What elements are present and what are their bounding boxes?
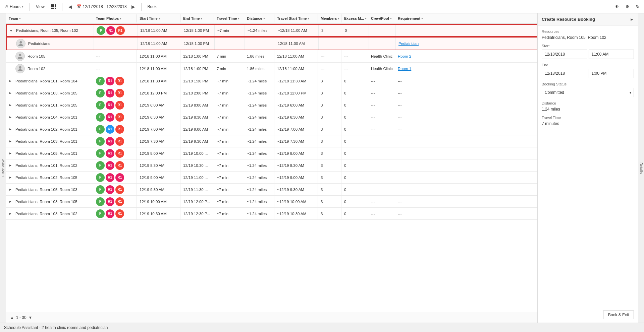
next-date-btn[interactable]: ▶ — [129, 3, 137, 11]
end-child2: 12/18 1:00 PM — [180, 50, 214, 62]
grid-view-btn[interactable] — [49, 3, 58, 10]
refresh-btn[interactable]: ↻ — [634, 3, 641, 10]
table-row[interactable]: ► Pediatricians, Room 105, Room 103 P R1… — [6, 184, 537, 196]
expand-btn-row11[interactable]: ► — [9, 188, 13, 191]
excess-row1: 0 — [342, 25, 369, 36]
expand-btn-row6[interactable]: ► — [9, 127, 13, 131]
dist-child1: --- — [245, 38, 275, 50]
right-panel: Create Resource Booking ► Resources Pedi… — [537, 13, 638, 323]
members-row1: 3 — [319, 25, 342, 36]
members-child2: --- — [318, 50, 341, 62]
expand-btn-row10[interactable]: ► — [9, 176, 13, 179]
start-time-input[interactable] — [589, 50, 634, 59]
table-row[interactable]: ► Pediatricians, Room 105, Room 101 P R1… — [6, 147, 537, 159]
table-row[interactable]: ► Pediatricians, Room 103, Room 105 P R1… — [6, 196, 537, 208]
eye-btn[interactable]: 👁 — [613, 3, 621, 10]
expand-btn-row7[interactable]: ► — [9, 139, 13, 143]
booking-status-label: Booking Status — [542, 82, 634, 86]
table-row[interactable]: ► Pediatricians, Room 101, Room 104 P R1… — [6, 75, 537, 87]
book-exit-btn[interactable]: Book & Exit — [603, 311, 634, 319]
team-cell-child2: Room 105 — [6, 50, 93, 62]
start-time-row1: 12/18 11:00 AM — [138, 25, 181, 36]
expand-btn-row2[interactable]: ► — [9, 79, 13, 83]
sep3 — [141, 3, 142, 11]
prev-date-btn[interactable]: ◀ — [66, 3, 74, 11]
booking-status-field: Booking Status Committed Tentative Cance… — [542, 82, 634, 97]
table-row[interactable]: ► ► Pediatricians, Room 104, Room 101 P … — [6, 111, 537, 123]
end-time-row1: 12/18 1:00 PM — [181, 25, 215, 36]
distance-value: 1.24 miles — [542, 107, 634, 112]
col-members[interactable]: Members ▾ — [318, 14, 341, 22]
filter-view-tab[interactable]: Filter View — [0, 13, 6, 323]
start-date-input[interactable] — [542, 50, 587, 59]
avatars-child1: --- — [94, 38, 138, 50]
travel-start-child1: 12/18 11:00 AM — [275, 38, 319, 50]
table-row[interactable]: ► Pediatricians, Room 102, Room 101 P R1… — [6, 123, 537, 135]
col-travel-time[interactable]: Travel Time ▾ — [214, 14, 244, 22]
excess-child3: --- — [341, 63, 368, 75]
col-team[interactable]: Team ▾ — [6, 14, 93, 22]
travel-child2: 7 min — [214, 50, 244, 62]
status-bar: Schedule Assistant - 2 health clinic roo… — [0, 323, 644, 332]
table-row[interactable]: ► Pediatricians, Room 101, Room 105 P R1… — [6, 99, 537, 111]
expand-btn-row3[interactable]: ► — [9, 91, 13, 95]
req-link-child3[interactable]: Room 1 — [398, 67, 411, 71]
table-footer: ▲ 1 - 30 ▼ — [6, 312, 537, 323]
expand-btn-row13[interactable]: ► — [9, 212, 13, 215]
book-btn[interactable]: Book — [146, 3, 159, 10]
table-row[interactable]: ▼ Pediatricians, Room 105, Room 102 P R1… — [6, 24, 537, 37]
col-end-time[interactable]: End Time ▾ — [180, 14, 214, 22]
details-tab-label: Details — [639, 162, 643, 174]
start-child3: 12/18 11:00 AM — [137, 63, 180, 75]
page-up-btn[interactable]: ▲ — [10, 315, 14, 320]
col-team-photos[interactable]: Team Photos ▾ — [93, 14, 137, 22]
main-area: Filter View Team ▾ Team Photos ▾ Start T… — [0, 13, 644, 323]
col-travel-start-time[interactable]: Travel Start Time ▾ — [274, 14, 318, 22]
settings-btn[interactable]: ⚙ — [624, 3, 631, 10]
avatar-p: P — [97, 26, 105, 35]
table-row[interactable]: ► Pediatricians, Room 103, Room 102 P R1… — [6, 208, 537, 220]
page-down-btn[interactable]: ▼ — [29, 315, 33, 320]
table-row[interactable]: ► Pediatricians, Room 101, Room 102 P R1… — [6, 159, 537, 172]
col-crew-pool[interactable]: Crew/Pool ▾ — [368, 14, 395, 22]
distance-field: Distance 1.24 miles — [542, 101, 634, 112]
team-cell-child1: Pediatricians — [7, 38, 94, 50]
expand-btn-row5[interactable]: ► — [9, 115, 13, 119]
col-start-time[interactable]: Start Time ▾ — [137, 14, 180, 22]
right-panel-expand-btn[interactable]: ► — [630, 17, 634, 22]
distance-row1: ~1.24 miles — [245, 25, 275, 36]
expand-btn-row1[interactable]: ▼ — [9, 29, 14, 32]
table-row[interactable]: Room 105 --- 12/18 11:00 AM 12/18 1:00 P… — [6, 50, 537, 63]
hours-dropdown[interactable]: ⏱ Hours ▾ — [3, 3, 25, 10]
dist-child3: 1.86 miles — [244, 63, 274, 75]
col-requirement[interactable]: Requirement ▾ — [395, 14, 435, 22]
table-row[interactable]: ► Pediatricians, Room 103, Room 101 P R1… — [6, 135, 537, 147]
expand-btn-row9[interactable]: ► — [9, 163, 13, 167]
req-link-child1[interactable]: Pediatrician — [398, 42, 419, 46]
travel-start-row1: ~12/18 11:00 AM — [275, 25, 319, 36]
end-field: End — [542, 63, 634, 78]
crew-child3: Health Clinic — [368, 63, 395, 75]
col-distance[interactable]: Distance ▾ — [244, 14, 274, 22]
table-row[interactable]: ► Pediatricians, Room 103, Room 105 P R1… — [6, 87, 537, 99]
end-date-input[interactable] — [542, 69, 587, 78]
end-time-input[interactable] — [589, 69, 634, 78]
details-tab[interactable]: Details — [638, 13, 644, 323]
end-time-sort-icon: ▾ — [201, 17, 202, 20]
req-child3[interactable]: Room 1 — [395, 63, 435, 75]
travel-start-child3: 12/18 11:00 AM — [274, 63, 318, 75]
expand-btn-row12[interactable]: ► — [9, 200, 13, 203]
expand-btn-row4[interactable]: ► — [9, 103, 13, 107]
req-child1[interactable]: Pediatrician — [396, 38, 436, 50]
table-row[interactable]: Room 102 --- 12/18 11:00 AM 12/18 1:00 P… — [6, 63, 537, 75]
view-dropdown[interactable]: View — [34, 3, 47, 10]
table-row[interactable]: Pediatricians --- 12/18 11:00 AM 12/18 1… — [6, 37, 537, 50]
col-excess-m[interactable]: Excess M... ▾ — [341, 14, 368, 22]
req-child2[interactable]: Room 2 — [395, 50, 435, 62]
table-row[interactable]: ► Pediatricians, Room 102, Room 105 P R1… — [6, 172, 537, 184]
expand-btn-row8[interactable]: ► — [9, 151, 13, 155]
req-link-child2[interactable]: Room 2 — [398, 54, 411, 58]
req-row1: --- — [396, 25, 436, 36]
booking-status-select[interactable]: Committed Tentative Cancelled — [542, 88, 634, 97]
crew-child2: Health Clinic — [368, 50, 395, 62]
